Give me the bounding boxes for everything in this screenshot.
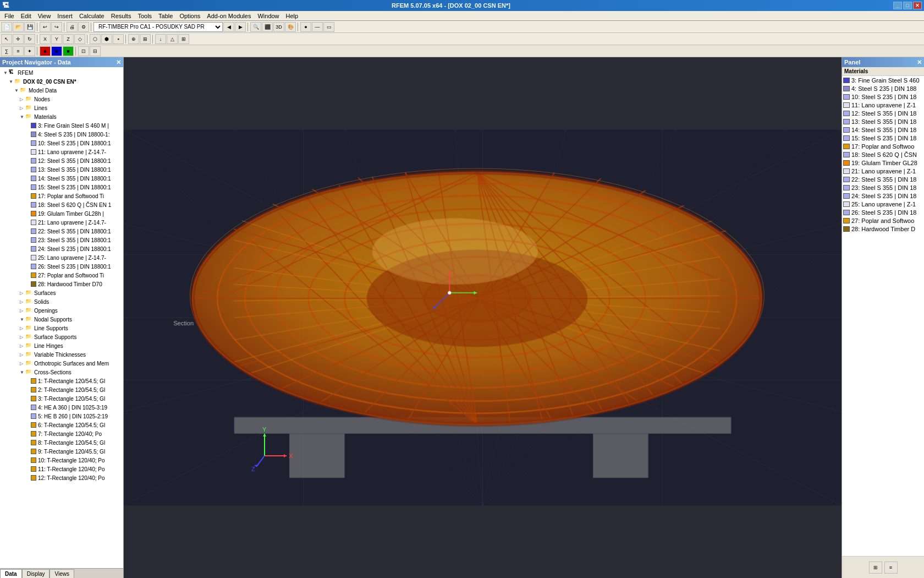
expand-rfem[interactable]: ▼: [3, 70, 9, 75]
menu-item-help[interactable]: Help: [283, 12, 302, 20]
expand-line-hinges[interactable]: ▷: [20, 343, 25, 348]
snap-btn[interactable]: ⊕: [128, 34, 139, 44]
mat-item-18[interactable]: 18: Steel S 620 Q | ČSN: [842, 150, 924, 159]
right-panel-close[interactable]: ✕: [917, 59, 922, 66]
module-selector[interactable]: RF-TIMBER Pro CA1 - POSUDKY SAD PR: [94, 22, 223, 32]
expand-var-thick[interactable]: ▷: [20, 352, 25, 357]
mat-item-3[interactable]: 3: Fine Grain Steel S 460: [842, 76, 924, 84]
tree-item-rfem[interactable]: ▼ 🏗 RFEM: [0, 68, 123, 77]
tree-item-ortho[interactable]: ▷ 📁 Orthotropic Surfaces and Mem: [0, 359, 123, 368]
expand-materials[interactable]: ▼: [20, 114, 25, 119]
color1[interactable]: ■: [40, 46, 51, 56]
panel-btn-1[interactable]: ⊞: [869, 561, 882, 574]
mat-item-15[interactable]: 15: Steel S 235 | DIN 18: [842, 134, 924, 142]
extra2[interactable]: ≡: [13, 46, 24, 56]
tree-item-model[interactable]: ▼ 📁 Model Data: [0, 86, 123, 95]
surf-btn[interactable]: ▭: [323, 22, 334, 32]
render-btn[interactable]: 🎨: [285, 22, 296, 32]
iso-view[interactable]: ◇: [74, 34, 85, 44]
tree-item-mat11[interactable]: 11: Lano upravene | Z-14.7-: [0, 148, 123, 156]
menu-item-table[interactable]: Table: [155, 12, 176, 20]
nav-prev[interactable]: ◀: [223, 22, 234, 32]
new-btn[interactable]: 📄: [1, 22, 12, 32]
tree-item-mat13[interactable]: 13: Steel S 355 | DIN 18800:1: [0, 165, 123, 174]
restore-button[interactable]: □: [903, 2, 912, 9]
undo-btn[interactable]: ↩: [40, 22, 51, 32]
menu-item-addon[interactable]: Add-on Modules: [204, 12, 254, 20]
tab-views[interactable]: Views: [50, 569, 74, 578]
tree-item-dox[interactable]: ▼ 📁 DOX 02_00 CSN EN*: [0, 77, 123, 86]
tree-item-cross-sec[interactable]: ▼ 📁 Cross-Sections: [0, 368, 123, 377]
expand-model[interactable]: ▼: [14, 88, 20, 93]
materials-list[interactable]: 3: Fine Grain Steel S 460 4: Steel S 235…: [842, 76, 924, 556]
mat-item-22[interactable]: 22: Steel S 355 | DIN 18: [842, 175, 924, 183]
mat-item-14[interactable]: 14: Steel S 355 | DIN 18: [842, 126, 924, 134]
tree-item-mat17[interactable]: 17: Poplar and Softwood Ti: [0, 192, 123, 200]
tree-item-materials[interactable]: ▼ 📁 Materials: [0, 112, 123, 121]
save-btn[interactable]: 💾: [24, 22, 35, 32]
redo-btn[interactable]: ↪: [51, 22, 62, 32]
menu-item-file[interactable]: File: [1, 12, 18, 20]
select-btn[interactable]: ↖: [1, 34, 12, 44]
tree-item-cs8[interactable]: 8: T-Rectangle 120/54.5; Gl: [0, 438, 123, 447]
tree-item-line-sup[interactable]: ▷ 📁 Line Supports: [0, 324, 123, 332]
tree-item-mat10[interactable]: 10: Steel S 235 | DIN 18800:1: [0, 139, 123, 148]
tree-item-cs2[interactable]: 2: T-Rectangle 120/54.5; Gl: [0, 385, 123, 394]
tree-item-mat24[interactable]: 24: Steel S 235 | DIN 18800:1: [0, 244, 123, 253]
menu-item-tools[interactable]: Tools: [134, 12, 155, 20]
print-btn[interactable]: 🖨: [67, 22, 78, 32]
move-btn[interactable]: ✛: [13, 34, 24, 44]
menu-item-view[interactable]: View: [35, 12, 54, 20]
minimize-button[interactable]: _: [893, 2, 902, 9]
tree-item-mat4[interactable]: 4: Steel S 235 | DIN 18800-1:: [0, 130, 123, 139]
tree-item-line-hinges[interactable]: ▷ 📁 Line Hinges: [0, 341, 123, 350]
tree-item-nodal-sup[interactable]: ▼ 📁 Nodal Supports: [0, 315, 123, 324]
mat-item-19[interactable]: 19: Glulam Timber GL28: [842, 159, 924, 167]
mat-item-27[interactable]: 27: Poplar and Softwoo: [842, 216, 924, 225]
panel-btn-2[interactable]: ≡: [884, 561, 898, 574]
mat-item-24[interactable]: 24: Steel S 235 | DIN 18: [842, 192, 924, 200]
tree-item-mat27[interactable]: 27: Poplar and Softwood Ti: [0, 271, 123, 280]
color3[interactable]: ■: [63, 46, 74, 56]
expand-nodes[interactable]: ▷: [20, 97, 25, 102]
mat-item-4[interactable]: 4: Steel S 235 | DIN 188: [842, 84, 924, 92]
menu-item-insert[interactable]: Insert: [54, 12, 76, 20]
expand-surfaces[interactable]: ▷: [20, 291, 25, 296]
tree-item-mat18[interactable]: 18: Steel S 620 Q | ČSN EN 1: [0, 200, 123, 209]
mat-item-12[interactable]: 12: Steel S 355 | DIN 18: [842, 109, 924, 117]
mat-item-17[interactable]: 17: Poplar and Softwoo: [842, 142, 924, 150]
tree-item-surfaces[interactable]: ▷ 📁 Surfaces: [0, 288, 123, 297]
expand-line-sup[interactable]: ▷: [20, 326, 25, 331]
tree-item-mat15[interactable]: 15: Steel S 235 | DIN 18800:1: [0, 183, 123, 192]
viewport-area[interactable]: X Y Z Section: [124, 57, 842, 578]
solid-btn[interactable]: ⬢: [101, 34, 112, 44]
mat-item-23[interactable]: 23: Steel S 355 | DIN 18: [842, 183, 924, 192]
tree-item-cs12[interactable]: 12: T-Rectangle 120/40; Po: [0, 473, 123, 482]
tab-display[interactable]: Display: [22, 569, 50, 578]
grid-btn[interactable]: ⊞: [140, 34, 151, 44]
tree-item-mat14[interactable]: 14: Steel S 355 | DIN 18800:1: [0, 174, 123, 183]
z-view[interactable]: Z: [63, 34, 74, 44]
tree-item-cs1[interactable]: 1: T-Rectangle 120/54.5; Gl: [0, 377, 123, 385]
calc-btn[interactable]: ⚙: [78, 22, 89, 32]
mat-item-11[interactable]: 11: Lano upravene | Z-1: [842, 101, 924, 109]
node-btn[interactable]: ●: [300, 22, 311, 32]
tree-item-mat12[interactable]: 12: Steel S 355 | DIN 18800:1: [0, 156, 123, 165]
close-button[interactable]: ✕: [913, 2, 922, 9]
x-view[interactable]: X: [40, 34, 51, 44]
tree-item-cs11[interactable]: 11: T-Rectangle 120/40; Po: [0, 465, 123, 473]
menu-item-results[interactable]: Results: [108, 12, 135, 20]
expand-lines[interactable]: ▷: [20, 106, 25, 111]
tree-item-cs9[interactable]: 9: T-Rectangle 120/45.5; Gl: [0, 447, 123, 456]
menu-item-edit[interactable]: Edit: [18, 12, 35, 20]
tree-item-mat26[interactable]: 26: Steel S 235 | DIN 18800:1: [0, 262, 123, 271]
tree-item-cs7[interactable]: 7: T-Rectangle 120/40; Po: [0, 429, 123, 438]
filter1[interactable]: ⊡: [78, 46, 89, 56]
tree-item-mat22[interactable]: 22: Steel S 355 | DIN 18800:1: [0, 227, 123, 236]
load-btn[interactable]: ↓: [155, 34, 166, 44]
tree-view[interactable]: ▼ 🏗 RFEM ▼ 📁 DOX 02_00 CSN EN* ▼ 📁 Model…: [0, 67, 123, 568]
fit-btn[interactable]: ⬛: [262, 22, 273, 32]
open-btn[interactable]: 📂: [13, 22, 24, 32]
filter2[interactable]: ⊟: [90, 46, 101, 56]
expand-surface-sup[interactable]: ▷: [20, 335, 25, 340]
